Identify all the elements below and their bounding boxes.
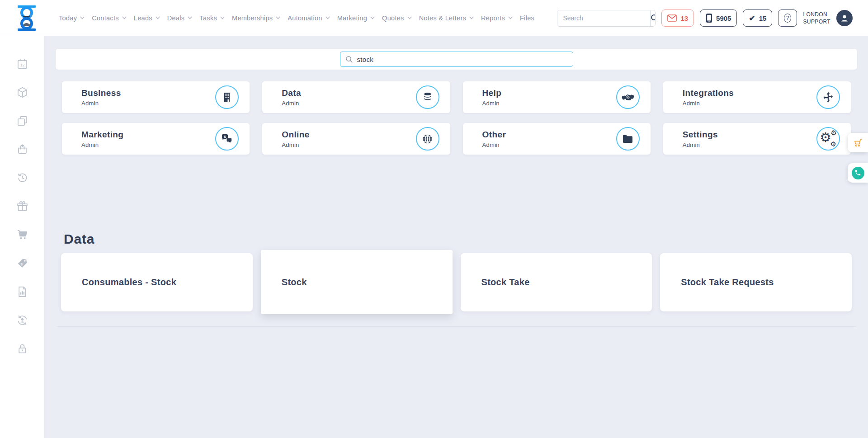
chevron-down-icon — [469, 16, 474, 19]
menu-item-marketing[interactable]: Marketing — [337, 14, 375, 22]
menu-label: Memberships — [232, 14, 273, 22]
check-icon: ✔ — [749, 14, 755, 23]
history-icon[interactable] — [16, 172, 28, 184]
menu-item-notes-letters[interactable]: Notes & Letters — [419, 14, 474, 22]
category-card-other[interactable]: Other Admin — [463, 123, 651, 155]
menu-item-files[interactable]: Files — [520, 14, 534, 22]
menu-item-deals[interactable]: Deals — [167, 14, 193, 22]
globe-icon — [422, 133, 433, 145]
user-sync-icon[interactable] — [16, 314, 28, 326]
person-icon — [840, 14, 849, 23]
menu-label: Quotes — [382, 14, 404, 22]
result-title: Stock Take Requests — [681, 277, 774, 287]
result-card-stock-take-requests[interactable]: Stock Take Requests — [660, 253, 852, 311]
menu-item-reports[interactable]: Reports — [481, 14, 513, 22]
gear-icon: ⚙ — [831, 129, 837, 136]
result-card-stock[interactable]: Stock — [261, 250, 453, 314]
menu-item-quotes[interactable]: Quotes — [382, 14, 412, 22]
gift-icon[interactable] — [16, 200, 28, 212]
menu-item-automation[interactable]: Automation — [288, 14, 330, 22]
calendar-icon[interactable]: 12 — [16, 58, 28, 70]
module-search-box — [340, 52, 573, 67]
global-search-button[interactable] — [650, 10, 656, 26]
phone-launcher-button[interactable] — [848, 163, 868, 183]
copy-icon[interactable] — [16, 115, 28, 127]
tasks-done-button[interactable]: ✔ 15 — [743, 9, 772, 27]
price-tag-icon[interactable]: $ — [16, 257, 28, 269]
help-button[interactable]: ? — [778, 9, 797, 27]
chevron-down-icon — [276, 16, 280, 19]
user-identity[interactable]: LONDON SUPPORT — [803, 11, 830, 25]
move-icon — [822, 91, 834, 103]
menu-label: Tasks — [199, 14, 217, 22]
icon-circle — [616, 85, 640, 109]
tasks-done-count: 15 — [759, 14, 767, 22]
global-search-input[interactable] — [557, 10, 650, 26]
menu-label: Today — [59, 14, 77, 22]
menu-label: Contacts — [92, 14, 119, 22]
menu-label: Notes & Letters — [419, 14, 466, 22]
phone-circle — [852, 167, 864, 179]
inbox-button[interactable]: 13 — [661, 9, 694, 27]
gear-icon: ⚙ — [820, 131, 831, 144]
result-card-stock-take[interactable]: Stock Take — [461, 253, 652, 311]
svg-text:$: $ — [224, 135, 226, 139]
menu-label: Leads — [134, 14, 152, 22]
left-sidebar: 12 — [0, 36, 45, 438]
lock-icon[interactable] — [16, 343, 28, 355]
user-name-line2: SUPPORT — [803, 18, 830, 25]
menu-label: Reports — [481, 14, 505, 22]
category-card-settings[interactable]: Settings Admin ⚙ ⚙ ⚙ — [663, 123, 851, 155]
search-icon — [651, 14, 656, 22]
menu-label: Automation — [288, 14, 322, 22]
package-icon[interactable] — [16, 86, 28, 99]
hourglass-logo-icon[interactable] — [16, 5, 37, 31]
gears-icon: ⚙ ⚙ ⚙ — [821, 131, 836, 146]
category-card-marketing[interactable]: Marketing Admin $ — [62, 123, 250, 155]
cart-launcher-button[interactable] — [848, 133, 868, 152]
inbox-count: 13 — [680, 14, 688, 22]
main-menu: Today Contacts Leads Deals Tasks Members… — [59, 14, 534, 22]
category-card-business[interactable]: Business Admin — [62, 81, 250, 113]
category-card-integrations[interactable]: Integrations Admin — [663, 81, 851, 113]
svg-text:$: $ — [20, 262, 23, 266]
building-icon — [222, 92, 232, 103]
chevron-down-icon — [80, 16, 85, 19]
menu-item-today[interactable]: Today — [59, 14, 85, 22]
report-document-icon[interactable] — [16, 286, 28, 298]
menu-item-leads[interactable]: Leads — [134, 14, 160, 22]
cart-orange-icon — [853, 137, 863, 148]
svg-text:12: 12 — [20, 63, 24, 67]
icon-circle — [816, 85, 840, 109]
avatar[interactable] — [836, 10, 853, 26]
chevron-down-icon — [156, 16, 160, 19]
user-name-line1: LONDON — [803, 11, 830, 18]
chevron-down-icon — [508, 16, 513, 19]
result-card-consumables-stock[interactable]: Consumables - Stock — [61, 253, 253, 311]
calls-button[interactable]: 5905 — [700, 9, 737, 27]
menu-label: Deals — [167, 14, 185, 22]
cart-icon[interactable] — [16, 229, 28, 241]
calls-count: 5905 — [716, 14, 731, 22]
gear-icon: ⚙ — [830, 141, 836, 147]
chevron-down-icon — [122, 16, 127, 19]
chevron-down-icon — [326, 16, 330, 19]
results-grid: Consumables - Stock Stock Stock Take Sto… — [61, 253, 852, 317]
search-icon — [345, 56, 353, 63]
menu-item-tasks[interactable]: Tasks — [199, 14, 225, 22]
icon-circle — [215, 85, 239, 109]
menu-item-contacts[interactable]: Contacts — [92, 14, 127, 22]
comments-dollar-icon: $ — [221, 133, 233, 144]
mobile-phone-icon — [706, 13, 712, 23]
category-card-online[interactable]: Online Admin — [262, 123, 450, 155]
category-card-data[interactable]: Data Admin — [262, 81, 450, 113]
menu-item-memberships[interactable]: Memberships — [232, 14, 280, 22]
result-title: Stock Take — [481, 277, 530, 287]
app-screen: Today Contacts Leads Deals Tasks Members… — [0, 0, 868, 438]
bag-download-icon[interactable] — [16, 143, 28, 155]
category-card-help[interactable]: Help Admin — [463, 81, 651, 113]
main-content: Business Admin Data Admin — [45, 36, 868, 438]
top-navbar: Today Contacts Leads Deals Tasks Members… — [0, 0, 868, 36]
chevron-down-icon — [188, 16, 192, 19]
module-search-input[interactable] — [357, 56, 568, 63]
